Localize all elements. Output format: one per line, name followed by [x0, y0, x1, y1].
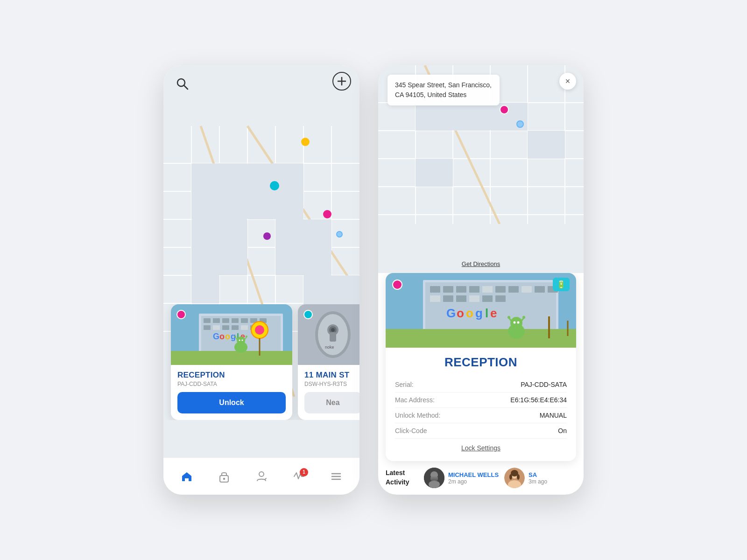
nav-activity[interactable]: 1	[287, 466, 311, 487]
svg-rect-48	[171, 351, 292, 365]
activity-badge: 1	[300, 468, 308, 476]
detail-row-mac: Mac Address: E6:1G:56:E4:E6:34	[395, 392, 567, 408]
svg-rect-38	[222, 325, 229, 330]
main-card-serial: DSW-HYS-R3TS	[304, 381, 359, 387]
michael-time: 2m ago	[448, 478, 499, 485]
svg-rect-31	[222, 318, 229, 323]
svg-rect-40	[241, 325, 248, 330]
svg-rect-103	[535, 286, 545, 293]
nav-lock[interactable]	[212, 466, 236, 487]
svg-text:G: G	[446, 306, 456, 320]
michael-name: MICHAEL WELLS	[448, 471, 499, 478]
get-directions-link[interactable]: Get Directions	[462, 260, 500, 267]
reception-card-image: G o o g l e	[171, 304, 292, 365]
svg-point-70	[259, 472, 264, 476]
reception-card-dot	[176, 310, 186, 319]
svg-rect-98	[469, 286, 479, 293]
svg-rect-88	[453, 103, 490, 131]
michael-info: MICHAEL WELLS 2m ago	[448, 471, 499, 485]
right-map-dot-blue	[516, 120, 524, 128]
svg-line-23	[184, 85, 188, 89]
sa-time: 3m ago	[529, 478, 547, 485]
close-button[interactable]: ×	[559, 73, 576, 90]
left-map: G o o g l e	[163, 65, 359, 457]
near-button[interactable]: Nea	[304, 392, 359, 413]
svg-rect-110	[495, 295, 506, 302]
activity-strip: Latest Activity MICHAEL WELLS 2m ago	[378, 461, 584, 495]
svg-rect-90	[528, 131, 565, 159]
svg-rect-87	[416, 103, 453, 131]
svg-rect-91	[416, 159, 453, 187]
main-street-card[interactable]: noke 11 MAIN ST DSW-HYS-R3TS Nea	[298, 304, 359, 420]
map-dot-yellow	[301, 138, 310, 146]
svg-rect-117	[386, 329, 576, 348]
left-phone: G o o g l e	[163, 65, 359, 495]
svg-point-143	[509, 474, 512, 480]
reception-card-serial: PAJ-CDD-SATA	[177, 381, 286, 387]
sa-avatar	[504, 468, 525, 488]
svg-rect-96	[443, 286, 453, 293]
svg-rect-106	[443, 295, 453, 302]
svg-point-125	[507, 316, 510, 319]
add-button[interactable]	[332, 72, 351, 91]
map-dot-pink	[323, 210, 331, 218]
bottom-nav: 1	[163, 457, 359, 495]
home-icon	[180, 470, 193, 483]
svg-text:o: o	[457, 306, 464, 320]
michael-avatar	[424, 468, 444, 488]
lock-icon	[218, 470, 231, 483]
user-icon	[255, 470, 268, 483]
svg-rect-97	[456, 286, 466, 293]
nav-home[interactable]	[175, 466, 199, 487]
detail-card-image: G o o g l e	[386, 273, 576, 348]
detail-card: G o o g l e	[386, 273, 576, 461]
svg-point-127	[522, 316, 525, 319]
svg-rect-29	[204, 318, 211, 323]
sa-name: SA	[529, 471, 547, 478]
svg-rect-20	[191, 275, 219, 303]
svg-text:e: e	[490, 306, 497, 320]
nav-menu[interactable]	[324, 466, 348, 487]
svg-rect-16	[191, 163, 247, 219]
svg-rect-99	[482, 286, 493, 293]
detail-body: RECEPTION Serial: PAJ-CDD-SATA Mac Addre…	[386, 348, 576, 461]
svg-rect-100	[495, 286, 506, 293]
svg-point-123	[510, 317, 522, 329]
svg-text:G: G	[213, 332, 219, 341]
svg-text:g: g	[475, 306, 483, 320]
activity-label: Latest Activity	[386, 469, 418, 487]
svg-text:l: l	[485, 306, 488, 320]
battery-icon: 🔋	[553, 278, 570, 291]
menu-icon	[330, 470, 343, 483]
svg-rect-137	[430, 477, 438, 481]
right-phone: 345 Spear Street, San Francisco, CA 9410…	[378, 65, 584, 495]
main-card-title: 11 MAIN ST	[304, 371, 359, 380]
map-dot-purple	[263, 232, 271, 240]
lock-settings-link[interactable]: Lock Settings	[395, 444, 567, 452]
activity-user-sa: SA 3m ago	[504, 468, 547, 488]
svg-line-71	[265, 478, 266, 480]
svg-point-65	[331, 328, 335, 332]
svg-point-55	[234, 336, 236, 337]
map-dot-cyan	[270, 181, 279, 190]
svg-rect-95	[430, 286, 440, 293]
right-map: 345 Spear Street, San Francisco, CA 9410…	[378, 65, 584, 273]
svg-point-136	[429, 481, 440, 488]
search-button[interactable]	[174, 76, 190, 92]
nav-user[interactable]	[249, 466, 274, 487]
svg-rect-36	[204, 325, 211, 330]
svg-text:o: o	[225, 332, 230, 341]
svg-point-57	[246, 336, 247, 337]
svg-rect-18	[191, 219, 247, 275]
svg-rect-37	[213, 325, 220, 330]
svg-point-128	[514, 322, 516, 324]
unlock-button[interactable]: Unlock	[177, 392, 286, 413]
svg-rect-105	[430, 295, 440, 302]
svg-point-59	[242, 340, 243, 341]
main-card-body: 11 MAIN ST DSW-HYS-R3TS Nea	[298, 365, 359, 420]
address-bubble: 345 Spear Street, San Francisco, CA 9410…	[388, 75, 500, 105]
svg-rect-107	[456, 295, 466, 302]
svg-rect-108	[469, 295, 479, 302]
map-dot-blue	[336, 231, 343, 238]
reception-card[interactable]: G o o g l e	[171, 304, 292, 420]
